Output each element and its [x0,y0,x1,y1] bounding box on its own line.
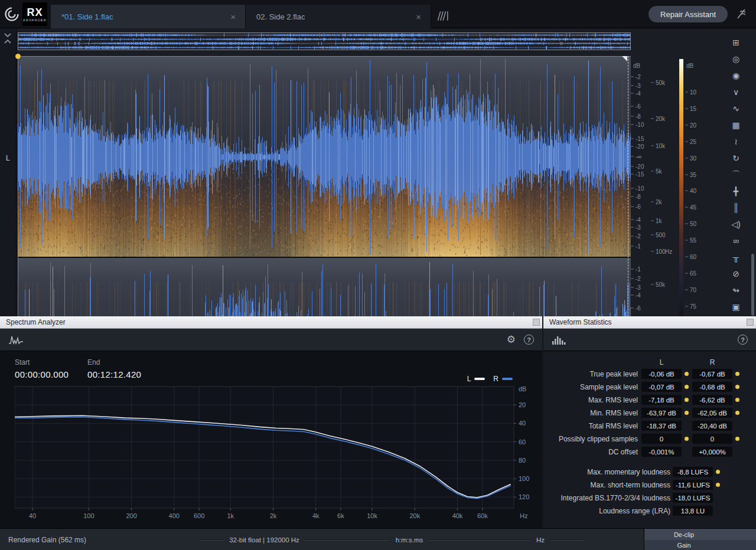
status-freq-unit[interactable]: Hz [536,536,545,544]
playhead-marker[interactable] [15,54,21,59]
stats-column-header: R [692,358,732,366]
legend-item[interactable]: R [493,375,513,383]
tab-close-icon[interactable]: × [228,12,238,22]
clip-indicator-dot [735,411,739,415]
waveform-overview[interactable] [18,32,631,50]
end-value: 00:12:12.420 [87,369,141,379]
spectrogram-channel-r[interactable] [18,258,631,316]
history-icon[interactable]: ↻ [729,153,742,163]
amp-scale-tick: -10 [631,185,644,191]
stat-row-label: Integrated BS.1770-2/3/4 loudness [543,494,670,502]
colorbar-tick: 75 [685,303,696,309]
amp-scale-tick: -8 [631,113,641,120]
stat-value-box: -18,37 dB [641,421,682,431]
clip-indicator-dot [735,398,739,402]
svg-text:60k: 60k [477,512,488,519]
spectrogram-colorbar[interactable] [679,59,683,316]
snapshot-icon[interactable]: ▣ [729,302,742,312]
svg-text:100: 100 [83,512,94,519]
lasso-icon[interactable]: ↬ [729,286,742,296]
compare-loop-icon[interactable]: ∞ [729,236,742,246]
spectrum-panel-title: Spectrum Analyzer [6,318,66,326]
colorbar-tick: 70 [685,286,696,293]
stat-value-box: -11,6 LUFS [673,480,713,490]
selection-end-block: End 00:12:12.420 [87,358,141,379]
amp-scale-tick: -2 [631,233,641,240]
colorbar-tick: 50 [685,221,696,227]
spectrum-panel-titlebar[interactable]: Spectrum Analyzer [0,316,542,329]
colorbar-tick: 30 [685,155,696,161]
vertical-scrollbar[interactable] [751,254,754,316]
mute-icon[interactable]: ⊘ [729,269,742,279]
amp-scale-tick: -4 [631,217,641,223]
fade-curve-icon[interactable]: ⌒ [729,170,742,180]
status-time-format[interactable]: h:m:s.ms [396,536,423,544]
status-freq-unit-group: Hz [496,529,585,550]
brand-name: RX [27,7,43,18]
stats-panel-titlebar[interactable]: Waveform Statistics [543,316,756,329]
selection-end-line[interactable] [628,56,628,316]
signal-icon[interactable] [735,6,749,21]
stats-panel-body: LRTrue peak level-0,06 dB-0,67 dBSample … [543,351,756,528]
svg-text:dB: dB [519,385,526,392]
panel-dock-icon[interactable] [747,319,754,326]
spectrum-toolbar: ⚙ ? [0,329,542,351]
stats-panel-title: Waveform Statistics [549,318,612,326]
stat-value-box: -18,0 LUFS [673,493,713,503]
crosshair-select-icon[interactable]: ╋ [729,186,742,197]
chevron-down-icon[interactable]: ∨ [729,87,742,97]
meter-bars-icon[interactable]: ╥ [729,253,742,263]
panel-dock-icon[interactable] [533,319,540,326]
svg-text:2k: 2k [270,512,277,519]
channel-meters-icon[interactable]: ║ [729,203,742,213]
speaker-icon[interactable]: ◁) [729,220,742,230]
svg-text:40k: 40k [452,512,463,519]
stat-value-box: -0,67 dB [692,369,732,379]
amp-scale-tick: -2 [631,276,641,282]
selection-end-marker [622,56,627,61]
modules-layout-icon[interactable]: ⊞ [729,38,742,48]
repair-compass-icon[interactable]: ◉ [729,71,742,81]
stat-row-label: Max. short-term loudness [543,481,670,489]
loop-ring-icon[interactable]: ◎ [729,54,742,64]
clip-indicator-dot [735,372,739,376]
amp-scale-tick: -8 [631,193,641,199]
stat-value-box: -0,68 dB [692,382,732,392]
freq-scale-tick: 1k [651,217,662,224]
freq-scale-tick: 10k [651,142,665,149]
amp-scale-tick: -6 [631,305,641,311]
file-tab[interactable]: *01. Side 1.flac× [51,5,246,28]
transient-icon[interactable]: ≀ [729,137,742,147]
settings-gear-icon[interactable]: ⚙ [507,335,516,345]
legend-item[interactable]: L [467,375,485,383]
clip-indicator-dot [685,437,689,441]
stat-row-label: Total RMS level [543,422,638,430]
freq-scale-tick: 2k [651,198,662,205]
spectrogram-channel-l[interactable] [18,56,631,257]
channel-l-label[interactable]: L [6,154,10,162]
freq-scale-tick: 20k [651,116,665,122]
clip-indicator-dot [685,385,689,389]
tab-label: *01. Side 1.flac [61,12,113,21]
module-list-item[interactable]: De-clip [644,529,756,540]
help-icon[interactable]: ? [524,335,534,345]
spectrum-plot: 401002004006001k2k4k6k10k20k40k60kHz2040… [15,384,535,525]
amp-scale-tick: -15 [631,135,644,142]
start-value: 00:00:00.000 [15,369,69,379]
tab-list-icon[interactable] [435,9,449,22]
file-tab[interactable]: 02. Side 2.flac× [246,5,431,28]
repair-assistant-button[interactable]: Repair Assistant [649,6,728,22]
svg-text:60: 60 [519,438,526,446]
playhead-line[interactable] [18,56,18,316]
stat-value-box: -6,62 dB [692,395,732,405]
help-icon[interactable]: ? [738,335,748,345]
colorbar-tick: 45 [685,204,696,211]
colorbar-unit: dB [686,63,693,69]
tab-close-icon[interactable]: × [413,12,423,22]
module-list-item[interactable]: Gain [644,540,756,550]
spectrogram-grid-icon[interactable]: ▦ [729,120,742,130]
svg-text:20: 20 [519,401,526,408]
selection-start-block: Start 00:00:00.000 [15,358,69,379]
waveform-icon[interactable]: ∿ [729,104,742,114]
collapse-panels-icon[interactable] [3,32,12,45]
